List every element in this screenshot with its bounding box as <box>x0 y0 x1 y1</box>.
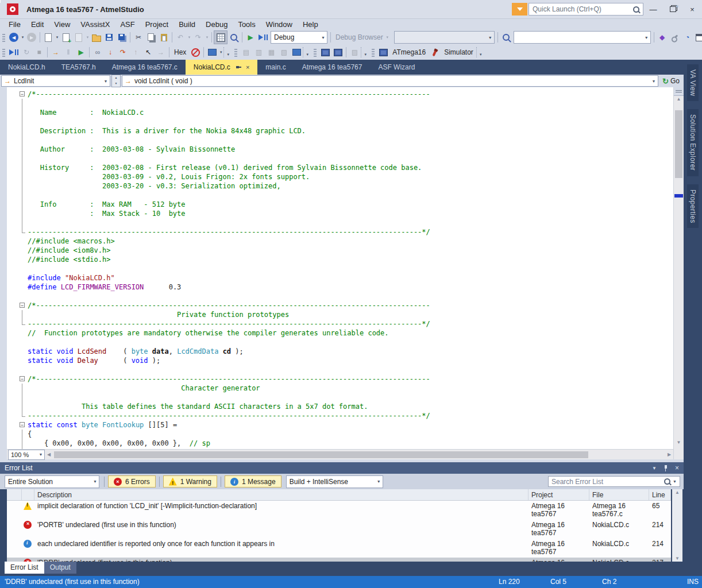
open-file-icon[interactable] <box>90 31 103 44</box>
menu-item-window[interactable]: Window <box>261 20 298 29</box>
vertical-scrollbar[interactable]: ▲ ▼ <box>673 87 684 459</box>
zoom-dropdown[interactable]: 100 % ▼ <box>8 450 45 460</box>
scope-spinner[interactable]: ▲▼ <box>111 75 121 87</box>
break-all-icon[interactable]: ‖ <box>62 46 75 59</box>
undo-icon[interactable]: ↶ <box>174 31 187 44</box>
copy-icon[interactable] <box>145 31 157 44</box>
fold-collapse-icon[interactable] <box>20 374 26 384</box>
debug-browser-combo[interactable]: ▼ <box>394 31 495 44</box>
disable-breakpoints-icon[interactable] <box>189 46 202 59</box>
navigate-forward-icon[interactable]: ▶ <box>25 31 38 44</box>
menu-item-project[interactable]: Project <box>140 20 173 29</box>
side-tab-properties[interactable]: Properties <box>687 184 699 229</box>
run-icon[interactable]: ▶ <box>75 46 87 59</box>
device-chip-icon[interactable] <box>377 46 389 59</box>
menu-item-vassistx[interactable]: VAssistX <box>75 20 115 29</box>
menu-item-file[interactable]: File <box>3 20 26 29</box>
navigate-backward-icon[interactable]: ◀ <box>7 31 20 44</box>
menu-item-build[interactable]: Build <box>173 20 200 29</box>
close-icon[interactable]: × <box>675 464 679 472</box>
menu-item-asf[interactable]: ASF <box>115 20 140 29</box>
continue-icon[interactable] <box>7 46 20 59</box>
cursor-icon[interactable]: ↖ <box>142 46 155 59</box>
pin-icon[interactable] <box>236 64 242 70</box>
device-name-button[interactable]: ATmega16 <box>389 48 429 56</box>
hex-toggle-button[interactable]: Hex <box>171 48 189 56</box>
error-row[interactable]: ×'PORTB' undeclared (first use in this f… <box>7 520 671 539</box>
toolbar-grip[interactable] <box>314 48 317 57</box>
window-layout-icon[interactable] <box>694 31 702 44</box>
scroll-left-icon[interactable]: ◀ <box>45 452 53 457</box>
doc-tab-main-c[interactable]: main.c <box>257 60 294 75</box>
member-dropdown[interactable]: → void LcdInit ( void ) ▼ <box>122 75 658 87</box>
horizontal-scrollbar-thumb[interactable] <box>54 451 588 458</box>
fold-collapse-icon[interactable] <box>20 420 26 430</box>
step-out-icon[interactable]: ↑ <box>129 46 142 59</box>
doc-tab-atmega-16-tea5767[interactable]: Atmega 16 tea5767 <box>294 60 371 75</box>
side-tab-va-view[interactable]: VA View <box>687 64 699 101</box>
scroll-right-icon[interactable]: ▶ <box>665 452 673 457</box>
error-row[interactable]: ieach undeclared identifier is reported … <box>7 539 671 558</box>
column-header-line[interactable]: Line <box>649 489 671 500</box>
code-editor[interactable]: /*--------------------------------------… <box>7 87 673 449</box>
toolbar-overflow-icon[interactable]: ▾ <box>476 47 485 57</box>
find-combo[interactable]: ▼ <box>514 31 651 44</box>
minimize-button[interactable]: — <box>643 2 663 16</box>
registers-icon[interactable]: ▥ <box>252 46 265 59</box>
simulator-icon[interactable] <box>429 46 441 59</box>
start-debugging-icon[interactable]: ▶ <box>244 31 257 44</box>
side-tab-solution-explorer[interactable]: Solution Explorer <box>687 109 699 176</box>
vertical-scrollbar-thumb[interactable] <box>675 110 682 178</box>
messages-filter-button[interactable]: i 1 Message <box>225 475 281 488</box>
scroll-up-icon[interactable]: ▲ <box>674 96 684 102</box>
splitter-handle[interactable] <box>674 87 684 96</box>
continue-icon[interactable] <box>257 31 269 44</box>
debug-target-icon[interactable] <box>206 46 218 59</box>
quick-launch-input[interactable]: Quick Launch (Ctrl+Q) <box>529 3 643 16</box>
save-icon[interactable] <box>103 31 115 44</box>
trace-icon[interactable]: ▨ <box>348 46 361 59</box>
scroll-down-icon[interactable]: ▼ <box>674 440 684 445</box>
cut-icon[interactable]: ✂ <box>132 31 145 44</box>
dropdown-chevron-icon[interactable]: ▾ <box>55 35 60 40</box>
errors-filter-button[interactable]: × 6 Errors <box>108 475 156 488</box>
pin-icon[interactable] <box>664 465 668 471</box>
scope-dropdown[interactable]: → LcdInit ▼ <box>1 75 110 87</box>
toolbar-overflow-icon[interactable]: ▾ <box>223 47 232 57</box>
menu-item-help[interactable]: Help <box>298 20 323 29</box>
quickwatch-icon[interactable]: ∞ <box>91 46 104 59</box>
error-grid-header[interactable]: DescriptionProjectFileLine <box>7 489 671 501</box>
go-button[interactable]: ↻ Go <box>659 77 682 86</box>
find-icon[interactable] <box>227 31 240 44</box>
error-grid-scrollbar[interactable]: ▲ ▼ <box>672 489 682 562</box>
column-header-file[interactable]: File <box>589 489 649 500</box>
find-symbol-icon[interactable] <box>500 31 512 44</box>
fold-collapse-icon[interactable] <box>20 90 26 99</box>
doc-tab-nokialcd-c[interactable]: NokiaLCD.c× <box>186 60 257 75</box>
error-list-title-bar[interactable]: Error List ▼ × <box>0 462 684 474</box>
memory-view-icon[interactable]: ▧ <box>277 46 290 59</box>
toolbar-grip[interactable] <box>2 33 5 42</box>
dropdown-chevron-icon[interactable]: ▾ <box>218 50 223 55</box>
profiling-icon[interactable] <box>331 46 344 59</box>
tool-tab-error-list[interactable]: Error List <box>5 562 44 574</box>
doc-tab-tea5767-h[interactable]: TEA5767.h <box>53 60 104 75</box>
tab-overflow-icon[interactable]: ▾ <box>676 3 679 9</box>
scroll-down-icon[interactable]: ▼ <box>672 556 682 561</box>
close-icon[interactable]: × <box>246 64 249 71</box>
fold-collapse-icon[interactable] <box>20 301 26 310</box>
block-selection-icon[interactable] <box>214 30 227 44</box>
show-next-statement-icon[interactable]: → <box>49 46 62 59</box>
scroll-up-icon[interactable]: ▲ <box>672 490 682 495</box>
source-filter-dropdown[interactable]: Build + IntelliSense ▼ <box>286 475 383 488</box>
quick-launch-filter-button[interactable] <box>512 3 527 16</box>
doc-tab-atmega-16-tea5767-c[interactable]: Atmega 16 tea5767.c <box>104 60 186 75</box>
scope-filter-dropdown[interactable]: Entire Solution ▼ <box>5 475 99 488</box>
new-project-icon[interactable] <box>72 31 85 44</box>
doc-tab-asf-wizard[interactable]: ASF Wizard <box>370 60 423 75</box>
warnings-filter-button[interactable]: ! 1 Warning <box>163 475 217 488</box>
new-file-icon[interactable] <box>42 31 55 44</box>
menu-item-view[interactable]: View <box>49 20 75 29</box>
paste-icon[interactable] <box>157 31 170 44</box>
debugger-name-button[interactable]: Simulator <box>441 48 476 56</box>
